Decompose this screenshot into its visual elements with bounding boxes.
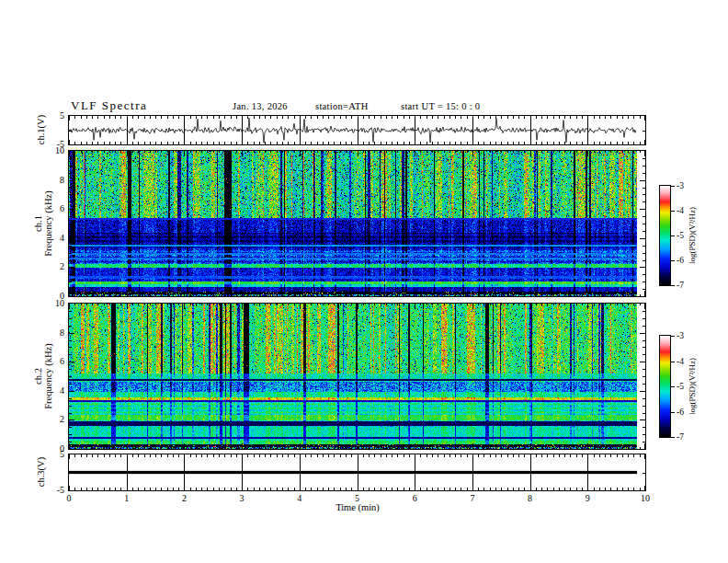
x-tick-label: 3 bbox=[228, 494, 256, 503]
x-tick-label: 6 bbox=[401, 494, 428, 503]
ch2-spectrogram-panel bbox=[68, 303, 646, 450]
ch1-frequency-axis-label-line1: ch.1 bbox=[33, 190, 43, 256]
colorbar-tick-label: -5 bbox=[677, 383, 684, 391]
y-tick-label: 8 bbox=[40, 176, 64, 185]
y-tick-label: 5 bbox=[40, 450, 64, 459]
ch1-voltage-panel bbox=[68, 115, 646, 145]
colorbar-tick-label: -6 bbox=[677, 408, 684, 417]
colorbar-ch1-gradient bbox=[659, 185, 671, 286]
colorbar-tick bbox=[671, 260, 675, 261]
y-tick-label: 5 bbox=[40, 111, 64, 121]
colorbar-ch1-label: log(PSD)(V²/Hz) bbox=[688, 207, 697, 264]
x-tick-label: 5 bbox=[344, 494, 371, 503]
y-tick-label: 6 bbox=[40, 357, 64, 366]
ch3-voltage-axis-label: ch.3(V) bbox=[36, 457, 46, 487]
colorbar-tick-label: -4 bbox=[677, 358, 684, 366]
ch1-spectrogram-panel bbox=[68, 150, 646, 297]
time-axis-label: Time (min) bbox=[336, 502, 380, 512]
ch2-frequency-axis-label: ch.2 Frequency (kHz) bbox=[33, 343, 53, 408]
colorbar-tick bbox=[671, 285, 675, 286]
colorbar-tick-label: -4 bbox=[677, 207, 684, 215]
plot-title: VLF Spectra bbox=[71, 98, 147, 113]
colorbar-tick bbox=[671, 386, 675, 387]
colorbar-tick-label: -6 bbox=[677, 257, 684, 265]
station-label: station=ATH bbox=[315, 101, 369, 111]
y-tick-label: -5 bbox=[40, 486, 64, 495]
y-tick-label: 8 bbox=[40, 328, 64, 338]
colorbar-tick-label: -7 bbox=[677, 282, 684, 290]
ch2-frequency-axis-label-line1: ch.2 bbox=[33, 343, 43, 408]
colorbar-tick-label: -7 bbox=[677, 433, 684, 442]
colorbar-ch2-label: log(PSD)(V²/Hz) bbox=[688, 358, 697, 415]
x-tick-label: 4 bbox=[286, 494, 313, 503]
colorbar-tick-label: -3 bbox=[677, 332, 684, 340]
x-tick-label: 2 bbox=[170, 494, 198, 503]
ch1-spectrogram-canvas bbox=[69, 151, 645, 296]
date-label: Jan. 13, 2026 bbox=[233, 101, 288, 111]
colorbar-tick bbox=[671, 236, 675, 236]
start-ut-label: start UT = 15: 0 : 0 bbox=[401, 101, 480, 111]
colorbar-tick bbox=[671, 437, 675, 438]
y-tick-label: 2 bbox=[40, 262, 64, 271]
x-tick-label: 1 bbox=[113, 494, 141, 503]
y-tick-label: 4 bbox=[40, 386, 64, 396]
y-tick-label: 10 bbox=[40, 146, 64, 155]
ch3-voltage-panel bbox=[68, 454, 646, 491]
colorbar-tick bbox=[671, 211, 675, 212]
colorbar-tick-label: -5 bbox=[677, 232, 684, 240]
y-tick-label: 4 bbox=[40, 234, 64, 243]
colorbar-tick bbox=[671, 412, 675, 413]
ch1-frequency-axis-label-line2: Frequency (kHz) bbox=[43, 190, 53, 256]
ch3-waveform-canvas bbox=[69, 454, 645, 490]
x-tick-label: 10 bbox=[631, 494, 659, 503]
y-tick-label: 6 bbox=[40, 204, 64, 213]
x-tick-label: 7 bbox=[459, 494, 486, 503]
colorbar-tick-label: -3 bbox=[677, 182, 684, 190]
colorbar-tick bbox=[671, 336, 675, 337]
x-tick-label: 8 bbox=[517, 494, 544, 503]
ch2-spectrogram-canvas bbox=[69, 304, 645, 449]
x-tick-label: 9 bbox=[574, 494, 601, 503]
vlf-spectra-figure: VLF Spectra Jan. 13, 2026 station=ATH st… bbox=[0, 0, 728, 563]
y-tick-label: 10 bbox=[40, 299, 64, 308]
colorbar-tick bbox=[671, 362, 675, 362]
ch2-frequency-axis-label-line2: Frequency (kHz) bbox=[43, 343, 53, 408]
colorbar-tick bbox=[671, 186, 675, 187]
ch1-frequency-axis-label: ch.1 Frequency (kHz) bbox=[33, 190, 53, 256]
x-tick-label: 0 bbox=[55, 494, 83, 503]
ch1-waveform-canvas bbox=[69, 116, 645, 144]
colorbar-ch2-gradient bbox=[659, 335, 671, 438]
y-tick-label: 2 bbox=[40, 415, 64, 424]
